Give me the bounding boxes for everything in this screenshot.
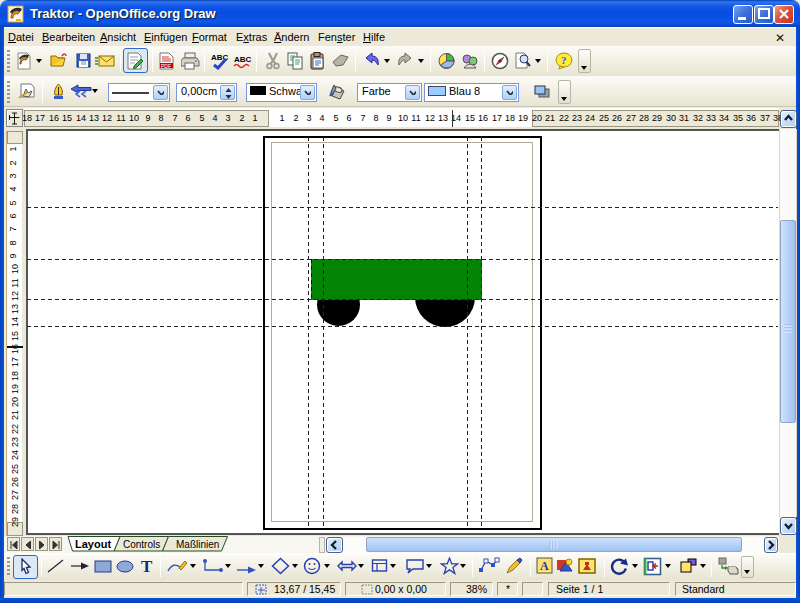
svg-text:T: T	[141, 557, 153, 575]
svg-text:PDF: PDF	[161, 63, 171, 69]
svg-text:?: ?	[561, 54, 567, 66]
svg-text:ABC: ABC	[234, 55, 252, 64]
svg-text:A: A	[540, 559, 549, 573]
